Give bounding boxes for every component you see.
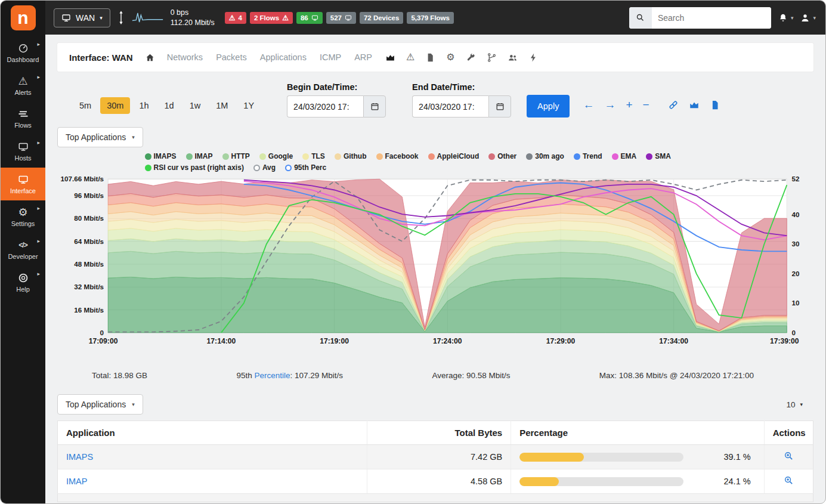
legend-item-imap[interactable]: IMAP <box>186 152 213 160</box>
branch-icon[interactable] <box>487 52 497 63</box>
back-arrow-icon[interactable]: ← <box>583 98 594 112</box>
chart-area-icon[interactable] <box>385 52 395 63</box>
nav-link-icmp[interactable]: ICMP <box>320 52 341 62</box>
svg-text:17:39:00: 17:39:00 <box>770 337 799 345</box>
end-datetime-input[interactable] <box>412 95 488 118</box>
status-badge-engaged-alerts[interactable]: ⚠4 <box>225 12 246 24</box>
file-icon[interactable] <box>710 100 720 110</box>
drill-down-zoom-icon[interactable] <box>784 451 794 461</box>
sidebar-item-hosts[interactable]: ▸Hosts <box>1 135 45 168</box>
legend-dot-icon <box>145 165 151 171</box>
zoom-out-time-icon[interactable]: − <box>643 98 649 112</box>
home-icon[interactable] <box>145 52 155 63</box>
legend-dot-icon <box>376 153 383 160</box>
traffic-sparkline <box>132 10 164 26</box>
time-range-1M[interactable]: 1M <box>209 97 234 114</box>
legend-item-imaps[interactable]: IMAPS <box>145 152 177 160</box>
legend-item-ema[interactable]: EMA <box>612 152 637 160</box>
monitor-icon <box>18 174 29 185</box>
file-icon[interactable] <box>425 52 435 63</box>
legend-item-google[interactable]: Google <box>259 152 293 160</box>
zoom-in-time-icon[interactable]: + <box>626 98 632 112</box>
legend-dot-icon <box>646 153 652 160</box>
submenu-caret-icon: ▸ <box>37 205 40 211</box>
sidebar-item-developer[interactable]: </>▸Developer <box>1 233 45 266</box>
page-title: Interface: WAN <box>69 52 133 63</box>
status-badge-devices-count[interactable]: 72 Devices <box>360 12 403 24</box>
nav-link-networks[interactable]: Networks <box>167 52 203 62</box>
time-range-1w[interactable]: 1w <box>183 97 208 114</box>
end-calendar-button[interactable] <box>488 95 511 118</box>
column-header-actions[interactable]: Actions <box>764 421 813 445</box>
time-range-1h[interactable]: 1h <box>132 97 155 114</box>
svg-text:107.66 Mbit/s: 107.66 Mbit/s <box>61 175 104 183</box>
table-top-applications-dropdown[interactable]: Top Applications▾ <box>57 394 143 415</box>
legend-dot-icon <box>612 153 618 160</box>
legend-item-30m-ago[interactable]: 30m ago <box>526 152 564 160</box>
legend-item-http[interactable]: HTTP <box>222 152 250 160</box>
gear-icon[interactable]: ⚙ <box>446 52 454 62</box>
chart-area-icon[interactable] <box>689 100 700 110</box>
warning-icon[interactable]: ⚠ <box>406 52 414 62</box>
legend-item-avg[interactable]: Avg <box>253 163 276 172</box>
sidebar-item-alerts[interactable]: ⚠▸Alerts <box>1 69 45 102</box>
user-menu-button[interactable]: ▾ <box>800 13 816 23</box>
legend-item-trend[interactable]: Trend <box>574 152 602 160</box>
legend-item-facebook[interactable]: Facebook <box>376 152 419 160</box>
legend-item-95th-perc[interactable]: 95th Perc <box>285 163 326 172</box>
legend-item-sma[interactable]: SMA <box>646 152 671 160</box>
status-badge-active-hosts[interactable]: 86 <box>296 12 323 24</box>
nav-link-applications[interactable]: Applications <box>260 52 307 62</box>
sidebar-item-help[interactable]: ▸Help <box>1 266 45 299</box>
chart-legend: IMAPSIMAPHTTPGoogleTLSGithubFacebookAppl… <box>145 152 726 172</box>
time-range-30m[interactable]: 30m <box>100 97 130 114</box>
end-datetime-group: End Date/Time: <box>412 82 511 118</box>
time-range-1d[interactable]: 1d <box>158 97 181 114</box>
upload-rate: 0 bps <box>171 8 215 18</box>
wrench-icon[interactable] <box>466 52 476 63</box>
legend-item-other[interactable]: Other <box>488 152 516 160</box>
bell-icon <box>778 13 788 23</box>
interface-selector[interactable]: WAN ▾ <box>54 8 110 27</box>
users-icon[interactable] <box>508 52 518 63</box>
bolt-icon[interactable] <box>528 52 539 63</box>
application-link[interactable]: IMAP <box>66 477 87 486</box>
drill-down-zoom-icon[interactable] <box>784 475 794 486</box>
nav-link-arp[interactable]: ARP <box>354 52 372 62</box>
stat-max: Max: 108.36 Mbit/s @ 24/03/2020 17:21:00 <box>599 371 754 380</box>
begin-calendar-button[interactable] <box>363 95 386 118</box>
forward-arrow-icon[interactable]: → <box>604 98 615 112</box>
column-header-application[interactable]: Application <box>58 421 367 445</box>
ntop-logo[interactable]: n <box>11 5 36 30</box>
begin-datetime-input[interactable] <box>287 95 363 118</box>
sidebar-item-dashboard[interactable]: ▸Dashboard <box>1 36 45 69</box>
legend-item-appleicloud[interactable]: AppleiCloud <box>428 152 479 160</box>
top-applications-dropdown[interactable]: Top Applications▾ <box>57 127 143 147</box>
sidebar-item-interface[interactable]: Interface <box>1 168 45 200</box>
sidebar-item-flows[interactable]: Flows <box>1 102 45 135</box>
column-header-total-bytes[interactable]: Total Bytes <box>367 421 511 445</box>
status-badge-total-hosts[interactable]: 527 <box>326 12 356 24</box>
column-header-percentage[interactable]: Percentage <box>511 421 764 445</box>
legend-item-tls[interactable]: TLS <box>302 152 325 160</box>
nav-link-packets[interactable]: Packets <box>216 52 247 62</box>
apply-button[interactable]: Apply <box>527 95 570 118</box>
calendar-icon <box>370 102 379 111</box>
status-badge-alerted-flows[interactable]: 2 Flows⚠ <box>250 12 293 24</box>
rows-per-page-select[interactable]: 10▾ <box>786 400 803 409</box>
sidebar-item-settings[interactable]: ⚙▸Settings <box>1 200 45 233</box>
search-input[interactable] <box>652 7 771 29</box>
status-badge-flows-count[interactable]: 5,379 Flows <box>407 12 454 24</box>
percentile-link[interactable]: Percentile <box>254 371 290 380</box>
application-link[interactable]: IMAPS <box>66 452 93 462</box>
link-icon[interactable] <box>668 100 679 110</box>
time-range-1Y[interactable]: 1Y <box>237 97 261 114</box>
gauge-icon <box>18 42 29 54</box>
notifications-button[interactable]: ▾ <box>778 13 794 23</box>
legend-item-github[interactable]: Github <box>335 152 367 160</box>
legend-item-rsi-cur-vs-past-right-axis-[interactable]: RSI cur vs past (right axis) <box>145 163 244 172</box>
traffic-chart[interactable]: 016 Mbit/s32 Mbit/s48 Mbit/s64 Mbit/s80 … <box>57 173 813 355</box>
submenu-caret-icon: ▸ <box>37 271 40 277</box>
time-range-5m[interactable]: 5m <box>73 97 98 114</box>
percentage-value: 24.1 % <box>711 477 756 486</box>
